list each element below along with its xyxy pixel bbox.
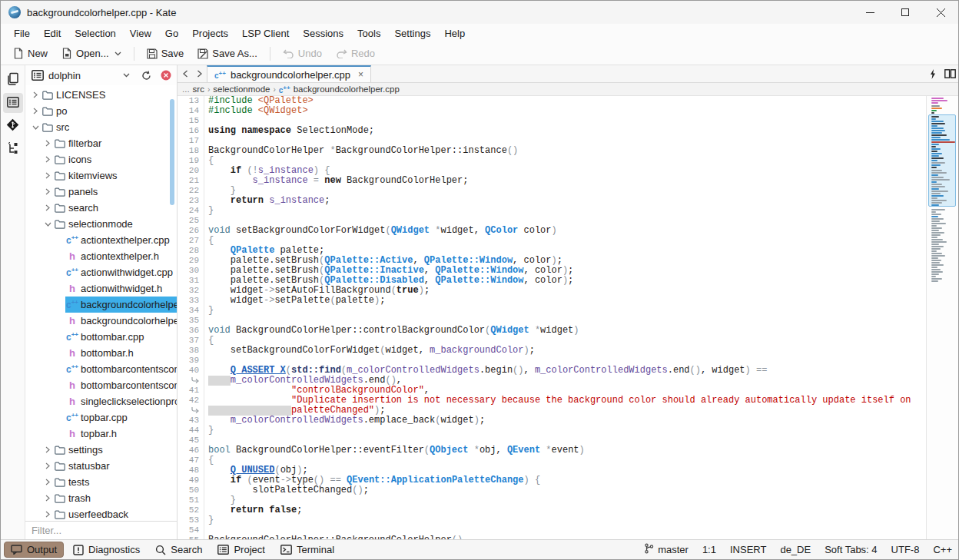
expand-icon[interactable] <box>42 511 53 518</box>
line-number: 35 <box>178 316 204 326</box>
tree-item-backgroundcolorhelper-h[interactable]: hbackgroundcolorhelper.h <box>25 313 177 329</box>
tab-close-icon[interactable]: × <box>355 69 363 80</box>
tree-item-kitemviews[interactable]: kitemviews <box>25 167 177 184</box>
tree-item-tests[interactable]: tests <box>25 474 177 490</box>
menu-help[interactable]: Help <box>437 26 472 41</box>
tree-item-singleclickselectionproxy-[interactable]: hsingleclickselectionproxy... <box>25 393 177 409</box>
open-button[interactable]: Open... <box>55 45 128 61</box>
status-soft-tabs-4[interactable]: Soft Tabs: 4 <box>825 544 877 555</box>
statusbar-project-button[interactable]: Project <box>211 542 270 557</box>
tree-item-actiontexthelper-h[interactable]: hactiontexthelper.h <box>25 248 177 264</box>
tree-item-po[interactable]: po <box>25 103 177 119</box>
breadcrumb-file[interactable]: backgroundcolorhelper.cpp <box>294 84 400 94</box>
save-as-button[interactable]: Save As... <box>191 45 264 61</box>
menu-projects[interactable]: Projects <box>185 26 235 41</box>
menu-edit[interactable]: Edit <box>37 26 68 41</box>
breadcrumb-selectionmode[interactable]: selectionmode <box>213 84 270 94</box>
status-c++[interactable]: C++ <box>933 544 952 555</box>
statusbar-output-button[interactable]: Output <box>4 542 64 558</box>
tree-item-bottombarcontentscont-[interactable]: c++bottombarcontentscont... <box>25 361 177 377</box>
expand-icon[interactable] <box>30 91 41 98</box>
menu-tools[interactable]: Tools <box>350 26 387 41</box>
filter-input[interactable] <box>25 525 177 536</box>
status-1-1[interactable]: 1:1 <box>702 544 716 555</box>
breadcrumb-src[interactable]: src <box>193 84 204 94</box>
expand-icon[interactable] <box>42 495 53 502</box>
close-circle-icon[interactable] <box>158 68 174 83</box>
collapse-icon[interactable] <box>30 125 41 130</box>
sidebar-tool-symbols[interactable] <box>3 139 23 159</box>
minimize-button[interactable] <box>852 1 888 24</box>
redo-button[interactable]: Redo <box>330 45 381 61</box>
tree-item-topbar-cpp[interactable]: c++topbar.cpp <box>25 409 177 426</box>
tree-item-licenses[interactable]: LICENSES <box>25 87 177 103</box>
expand-icon[interactable] <box>42 172 53 179</box>
collapse-icon[interactable] <box>42 222 53 227</box>
project-selector[interactable]: dolphin <box>48 70 81 81</box>
statusbar-diagnostics-button[interactable]: Diagnostics <box>67 542 146 557</box>
menu-settings[interactable]: Settings <box>387 26 437 41</box>
tree-item-userfeedback[interactable]: userfeedback <box>25 506 177 521</box>
line-number: 41 <box>178 386 204 396</box>
line-number: 54 <box>178 525 204 535</box>
undo-button[interactable]: Undo <box>277 45 328 61</box>
tree-item-actiontexthelper-cpp[interactable]: c++actiontexthelper.cpp <box>25 232 177 248</box>
tree-item-backgroundcolorhelper-c-[interactable]: c++backgroundcolorhelper.c... <box>25 297 177 313</box>
tree-item-bottombar-cpp[interactable]: c++bottombar.cpp <box>25 329 177 345</box>
menu-selection[interactable]: Selection <box>68 26 122 41</box>
chevron-down-icon <box>114 49 121 58</box>
tab-backgroundcolorhelper[interactable]: c++ backgroundcolorhelper.cpp × <box>207 65 371 82</box>
menu-lsp-client[interactable]: LSP Client <box>235 26 296 41</box>
sidebar-tool-projects[interactable] <box>3 93 23 113</box>
tree-item-bottombar-h[interactable]: hbottombar.h <box>25 345 177 361</box>
expand-icon[interactable] <box>42 446 53 453</box>
breadcrumb-ellipsis[interactable]: ... <box>182 84 190 94</box>
maximize-button[interactable] <box>888 1 923 24</box>
wrap-arrow-icon <box>178 406 204 416</box>
chevron-down-icon[interactable] <box>118 68 134 83</box>
tree-item-bottombarcontentscont-[interactable]: hbottombarcontentscont... <box>25 377 177 393</box>
tree-item-topbar-h[interactable]: htopbar.h <box>25 426 177 442</box>
tree-item-panels[interactable]: panels <box>25 184 177 200</box>
minimap-scrollbar[interactable] <box>926 96 958 539</box>
statusbar-terminal-button[interactable]: Terminal <box>274 542 340 557</box>
save-button[interactable]: Save <box>141 45 191 61</box>
expand-icon[interactable] <box>30 108 41 114</box>
expand-icon[interactable] <box>42 188 53 195</box>
menu-go[interactable]: Go <box>158 26 185 41</box>
expand-icon[interactable] <box>42 204 53 211</box>
refresh-icon[interactable] <box>138 68 154 83</box>
expand-icon[interactable] <box>42 156 53 163</box>
status-insert[interactable]: INSERT <box>730 544 766 555</box>
status-utf-8[interactable]: UTF-8 <box>891 544 920 555</box>
tree-item-actionwithwidget-h[interactable]: hactionwithwidget.h <box>25 280 177 297</box>
expand-icon[interactable] <box>42 462 53 469</box>
tree-item-trash[interactable]: trash <box>25 490 177 506</box>
menu-file[interactable]: File <box>7 26 37 41</box>
status-master[interactable]: master <box>644 543 689 556</box>
tree-item-statusbar[interactable]: statusbar <box>25 458 177 474</box>
nav-forward-button[interactable] <box>192 65 207 82</box>
sidebar-tool-documents[interactable] <box>3 70 23 90</box>
tree-item-src[interactable]: src <box>25 119 177 135</box>
expand-icon[interactable] <box>42 140 53 147</box>
tree-item-settings[interactable]: settings <box>25 442 177 458</box>
split-view-icon[interactable] <box>941 65 958 82</box>
menu-sessions[interactable]: Sessions <box>296 26 350 41</box>
statusbar-search-button[interactable]: Search <box>149 542 208 557</box>
status-de-de[interactable]: de_DE <box>780 544 811 555</box>
close-button[interactable] <box>923 1 958 24</box>
lightning-icon[interactable] <box>924 65 941 82</box>
tree-item-search[interactable]: search <box>25 200 177 216</box>
tree-item-filterbar[interactable]: filterbar <box>25 135 177 151</box>
tree-item-icons[interactable]: icons <box>25 151 177 167</box>
menu-view[interactable]: View <box>123 26 158 41</box>
tree-item-actionwithwidget-cpp[interactable]: c++actionwithwidget.cpp <box>25 264 177 280</box>
tree-item-selectionmode[interactable]: selectionmode <box>25 216 177 232</box>
sidebar-tool-git[interactable] <box>3 116 23 136</box>
new-button[interactable]: New <box>7 45 54 61</box>
terminal-icon <box>280 545 292 555</box>
nav-back-button[interactable] <box>178 65 192 82</box>
code-view[interactable]: 13#include <QPalette>14#include <QWidget… <box>178 96 958 539</box>
expand-icon[interactable] <box>42 479 53 485</box>
